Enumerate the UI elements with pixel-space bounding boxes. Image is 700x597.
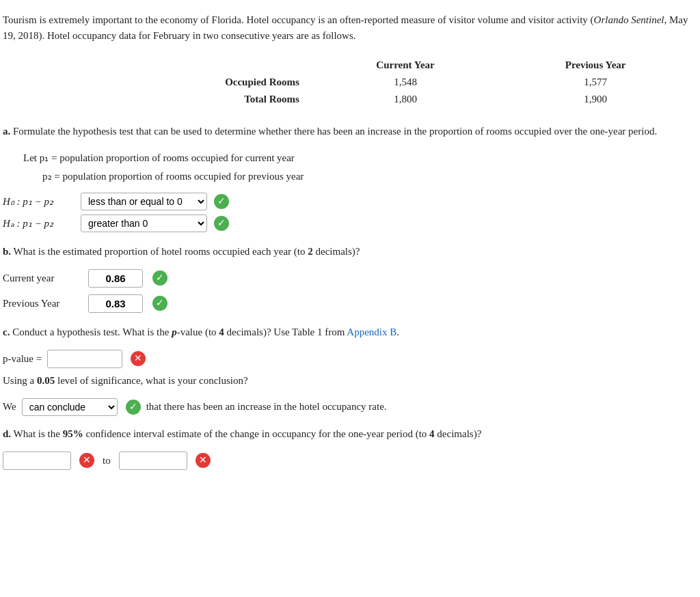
p1-def: p₁ = population proportion of rooms occu…	[37, 152, 295, 163]
ha-select[interactable]: greater than 0less than or equal to 0equ…	[81, 214, 207, 232]
section-d-text3: decimals)?	[435, 428, 482, 439]
ci-upper-input[interactable]	[119, 452, 187, 470]
section-d-text1: What is the	[11, 428, 63, 439]
table-empty-header	[3, 57, 312, 74]
conclusion-text: that there has been an increase in the h…	[146, 401, 387, 413]
section-c-text1: Conduct a hypothesis test. What is the	[10, 327, 172, 337]
section-c-label: c.	[3, 327, 10, 337]
intro-paragraph: Tourism is extremely important to the ec…	[3, 12, 692, 44]
let-p2: p₂ = population proportion of rooms occu…	[23, 167, 692, 186]
current-year-check-icon: ✓	[152, 270, 167, 286]
table-col1-header: Current Year	[312, 57, 499, 74]
h0-check-icon: ✓	[214, 194, 229, 209]
appendix-link[interactable]: Appendix B	[347, 327, 396, 337]
hypothesis-h0: H₀ : p₁ − p₂ less than or equal to 0grea…	[3, 193, 692, 210]
section-d-decimals: 4	[429, 428, 435, 439]
previous-year-check-icon: ✓	[152, 296, 167, 311]
current-year-input[interactable]	[88, 269, 143, 288]
table-row: Occupied Rooms 1,548 1,577	[3, 74, 692, 91]
ci-row: ✕ to ✕	[3, 452, 692, 470]
ci-upper-x-icon: ✕	[196, 453, 211, 468]
section-c-text3: decimals)? Use Table 1 from	[224, 327, 347, 337]
intro-text1: Tourism is extremely important to the ec…	[3, 14, 594, 25]
ha-label: Hₐ : p₁ − p₂	[3, 217, 77, 230]
hypothesis-ha: Hₐ : p₁ − p₂ greater than 0less than or …	[3, 214, 692, 232]
current-year-label: Current year	[3, 273, 81, 284]
section-b-label: b.	[3, 246, 11, 257]
we-label: We	[3, 401, 16, 413]
sig-level: 0.05	[37, 375, 55, 386]
current-year-row: Current year ✓	[3, 269, 692, 288]
section-c-decimals: 4	[219, 327, 224, 337]
intro-comma: ,	[664, 14, 669, 25]
sig-text1: Using a	[3, 375, 37, 386]
let-p1: Let p₁ = population proportion of rooms …	[23, 149, 692, 167]
section-a: a. Formulate the hypothesis test that ca…	[3, 123, 692, 139]
row-val1-0: 1,548	[312, 74, 499, 91]
section-b-text2: decimals)?	[313, 246, 360, 257]
section-c: c. Conduct a hypothesis test. What is th…	[3, 324, 692, 340]
row-val1-1: 1,800	[312, 91, 499, 108]
sig-text2: level of significance, what is your conc…	[55, 375, 247, 386]
previous-year-label: Previous Year	[3, 298, 81, 309]
row-label-0: Occupied Rooms	[3, 74, 312, 91]
data-table: Current Year Previous Year Occupied Room…	[3, 57, 692, 108]
pvalue-label: p-value =	[3, 353, 42, 365]
section-d-pct: 95%	[63, 428, 83, 439]
previous-year-input[interactable]	[88, 294, 143, 313]
row-val2-0: 1,577	[499, 74, 692, 91]
table-row: Total Rooms 1,800 1,900	[3, 91, 692, 108]
h0-select[interactable]: less than or equal to 0greater than 0equ…	[81, 193, 207, 210]
table-col2-header: Previous Year	[499, 57, 692, 74]
h0-label: H₀ : p₁ − p₂	[3, 195, 77, 208]
significance-text: Using a 0.05 level of significance, what…	[3, 372, 692, 389]
section-c-text4: .	[396, 327, 399, 337]
section-d-text2: confidence interval estimate of the chan…	[83, 428, 429, 439]
let-block: Let p₁ = population proportion of rooms …	[23, 149, 692, 186]
conclusion-row: We can concludecannot conclude ✓ that th…	[3, 398, 692, 416]
section-d: d. What is the 95% confidence interval e…	[3, 426, 692, 442]
pvalue-x-icon: ✕	[131, 351, 146, 366]
citation-title: Orlando Sentinel	[594, 14, 664, 25]
section-c-p-label: p	[172, 327, 177, 337]
section-a-text: Formulate the hypothesis test that can b…	[10, 126, 657, 137]
section-b-text1: What is the estimated proportion of hote…	[11, 246, 308, 257]
previous-year-row: Previous Year ✓	[3, 294, 692, 313]
ci-to-label: to	[103, 455, 111, 467]
ha-check-icon: ✓	[214, 216, 229, 231]
conclude-check-icon: ✓	[126, 400, 141, 415]
section-d-label: d.	[3, 428, 11, 439]
intro-text2: ). Hotel occupancy data for February in …	[39, 30, 356, 41]
section-c-text2: -value (to	[177, 327, 219, 337]
let-label: Let	[23, 152, 37, 163]
ci-lower-x-icon: ✕	[79, 453, 94, 468]
conclude-select[interactable]: can concludecannot conclude	[22, 398, 118, 416]
section-b: b. What is the estimated proportion of h…	[3, 243, 692, 260]
ci-lower-input[interactable]	[3, 452, 71, 470]
row-label-1: Total Rooms	[3, 91, 312, 108]
pvalue-row: p-value = ✕	[3, 350, 692, 368]
section-a-label: a.	[3, 126, 10, 137]
p2-def: p₂ = population proportion of rooms occu…	[42, 171, 304, 182]
row-val2-1: 1,900	[499, 91, 692, 108]
pvalue-input[interactable]	[47, 350, 122, 368]
section-b-decimals: 2	[308, 246, 313, 257]
